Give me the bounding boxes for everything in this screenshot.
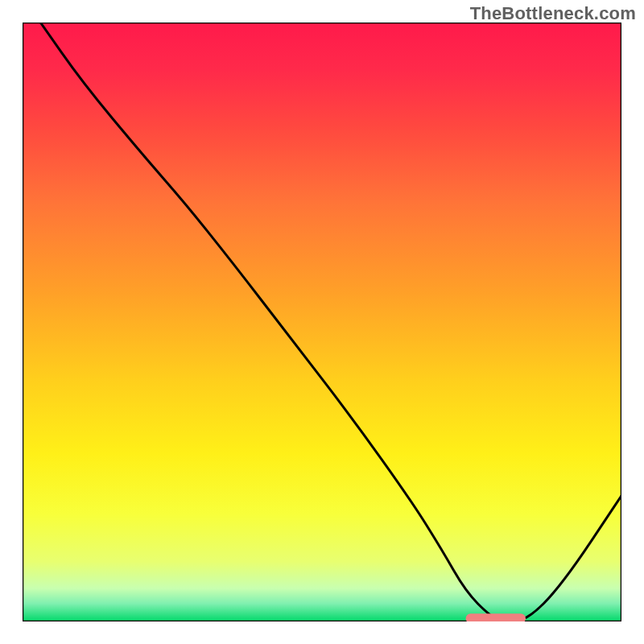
plot-svg	[23, 23, 621, 621]
gradient-rect	[23, 23, 621, 621]
minimum-marker	[466, 613, 526, 621]
page-root: TheBottleneck.com	[0, 0, 644, 644]
plot-frame	[23, 23, 621, 621]
watermark-text: TheBottleneck.com	[470, 3, 636, 24]
